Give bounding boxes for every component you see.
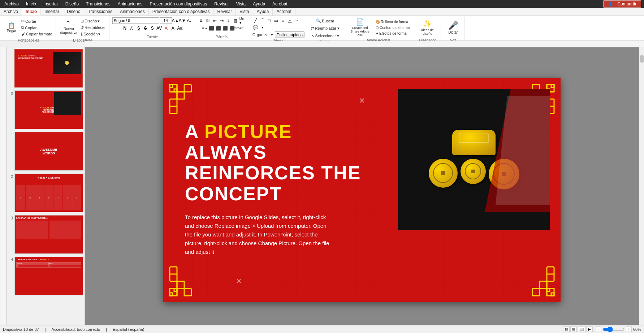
slide-thumb-img-2: AWESOMEWORDS <box>14 132 83 171</box>
strikethrough-button[interactable]: S <box>142 25 149 31</box>
align-left-button[interactable]: ⬛ <box>208 25 215 31</box>
callout-tool[interactable]: 💬 <box>252 24 259 31</box>
format-copy-button[interactable]: 🖌 Copiar formato <box>20 31 53 37</box>
tab-animaciones[interactable]: Animaciones <box>116 8 149 16</box>
slide-thumb-1[interactable]: 0 A PICTURE ALWAYSREINFORCESTHE CONCEPT <box>8 90 83 129</box>
font-size-input[interactable] <box>160 17 172 24</box>
highlight-color-button[interactable]: A <box>170 25 176 31</box>
columns-button[interactable]: ▥ <box>232 17 239 24</box>
zoom-in-button[interactable]: + <box>626 326 632 332</box>
align-text-button[interactable]: ≡ ▾ <box>201 25 208 31</box>
dictar-button[interactable]: 🎤 Dictar <box>444 17 462 38</box>
decrease-indent-button[interactable]: ⇤ <box>212 17 218 24</box>
font-color-button[interactable]: A <box>163 25 169 31</box>
font-case-button[interactable]: Aa <box>177 25 183 31</box>
italic-button[interactable]: K <box>129 25 135 31</box>
svg-rect-32 <box>170 289 177 296</box>
menu-diseno[interactable]: Diseño <box>64 1 80 7</box>
triangle-tool[interactable]: △ <box>287 17 293 24</box>
normal-view-button[interactable]: ⊟ <box>563 326 570 332</box>
align-right-button[interactable]: ⬛ <box>222 25 228 31</box>
underline-button[interactable]: S <box>135 25 142 31</box>
char-spacing-button[interactable]: AV <box>156 25 163 31</box>
shadow-text-button[interactable]: S <box>149 25 156 31</box>
slide-thumb-4[interactable]: 3 INFOGRAPHICS MAKE YOUR IDEA... <box>8 215 83 254</box>
new-slide-button[interactable]: 🗋 Nuevadiapositiva <box>59 17 79 38</box>
menu-revisar[interactable]: Revisar <box>213 1 230 7</box>
ruler-horizontal: // will render via JS below <box>85 41 644 47</box>
reading-view-button[interactable]: 📖 <box>578 326 585 332</box>
menu-ayuda[interactable]: Ayuda <box>251 1 267 7</box>
fill-shape-button[interactable]: 🎨 Relleno de forma <box>375 19 411 25</box>
arrange-button[interactable]: Organizar ▾ <box>251 32 275 38</box>
scrollbar-vertical[interactable] <box>639 47 644 333</box>
menu-insertar[interactable]: Insertar <box>42 1 60 7</box>
bold-button[interactable]: N <box>122 25 128 31</box>
decrease-font-button[interactable]: A▼ <box>179 17 186 24</box>
tab-archivo[interactable]: Archivo <box>0 8 22 16</box>
layout-button[interactable]: ⊞ Diseño ▾ <box>79 18 107 24</box>
cut-button[interactable]: ✂ Cortar <box>20 18 53 24</box>
tab-insertar[interactable]: Insertar <box>41 8 63 16</box>
section-button[interactable]: § Sección ▾ <box>79 31 107 37</box>
clear-format-button[interactable]: Aₓ <box>186 17 193 24</box>
menu-acrobat[interactable]: Acrobat <box>271 1 289 7</box>
scroll-thumb-v[interactable] <box>640 55 644 63</box>
adobe-content: 📄 Create and Share Adobe PDF 🎨 Relleno d… <box>346 17 411 38</box>
slide-thumb-0[interactable]: A PICTURE ALWAYSREINFORCES THE CONCEPT 🪙 <box>8 49 83 87</box>
replace-button[interactable]: ⇄ Reemplazar ▾ <box>310 25 341 32</box>
tab-presentacion[interactable]: Presentación con diapositivas <box>149 8 214 16</box>
ideas-diseno-button[interactable]: ✨ Ideas de diseño <box>416 17 438 38</box>
bullet-list-button[interactable]: ≡ <box>198 17 204 24</box>
menu-transiciones[interactable]: Transiciones <box>85 1 112 7</box>
tab-inicio[interactable]: Inicio <box>22 8 41 16</box>
slide-thumb-3[interactable]: 2 THIS IS A CALENDAR S M T W T F <box>8 174 83 212</box>
main-slide[interactable]: ✕ ✕ A PICTURE ALWAYS REINFORCES THE CONC… <box>163 78 561 302</box>
copy-button[interactable]: ⧉ Copiar <box>20 25 53 31</box>
paste-button[interactable]: 📋 Pegar <box>4 17 20 38</box>
tab-diseno[interactable]: Diseño <box>63 8 84 16</box>
tab-ayuda[interactable]: Ayuda <box>253 8 273 16</box>
zoom-slider[interactable] <box>603 327 624 332</box>
increase-font-button[interactable]: A▲ <box>172 17 179 24</box>
rounded-rect-tool[interactable]: ▭ <box>273 17 280 24</box>
line-tool[interactable]: ╱ <box>252 17 259 24</box>
smartart-button[interactable]: SmArt <box>235 25 242 31</box>
tab-acrobat[interactable]: Acrobat <box>273 8 295 16</box>
menu-inicio[interactable]: Inicio <box>25 1 38 7</box>
outline-shape-button[interactable]: ⬡ Contorno de forma <box>375 25 411 30</box>
ellipse-tool[interactable]: ○ <box>280 17 286 24</box>
slide-thumb-5[interactable]: 4 ...AND THE SAME GOES FOR TABLES GROUP … <box>8 257 83 295</box>
reset-button[interactable]: ↺ Restablecer <box>79 25 107 31</box>
svg-rect-5 <box>177 92 184 99</box>
language-status: Español (España) <box>113 327 144 332</box>
adobe-pdf-button[interactable]: 📄 Create and Share Adobe PDF <box>346 17 374 38</box>
line-spacing-button[interactable]: ↕ <box>225 17 232 24</box>
arc-tool[interactable]: ⌒ <box>259 17 266 24</box>
effects-shape-button[interactable]: ✦ Efectos de forma <box>375 31 411 36</box>
search-button[interactable]: 🔍 Buscar <box>315 17 335 24</box>
more-shapes-button[interactable]: ▾ <box>259 24 266 31</box>
menu-vista[interactable]: Vista <box>235 1 247 7</box>
arrow-tool[interactable]: → <box>294 17 300 24</box>
share-button[interactable]: 👤 Compartir <box>603 0 641 8</box>
slideshow-button[interactable]: ▶ <box>586 326 593 332</box>
increase-indent-button[interactable]: ⇥ <box>219 17 225 24</box>
tab-transiciones[interactable]: Transiciones <box>84 8 116 16</box>
select-button[interactable]: ↖ Seleccionar ▾ <box>310 33 341 39</box>
tab-vista[interactable]: Vista <box>236 8 253 16</box>
ribbon: Archivo Inicio Insertar Diseño Transicio… <box>0 8 644 41</box>
rect-tool[interactable]: □ <box>266 17 273 24</box>
font-name-input[interactable] <box>112 17 159 24</box>
numbered-list-button[interactable]: ① <box>205 17 211 24</box>
menu-archivo[interactable]: Archivo <box>3 1 20 7</box>
slide-sorter-button[interactable]: ⊞ <box>570 326 577 332</box>
align-center-button[interactable]: ⬛ <box>215 25 221 31</box>
zoom-out-button[interactable]: − <box>596 326 601 332</box>
menu-presentacion[interactable]: Presentación con diapositivas <box>148 1 208 7</box>
slide-thumb-2[interactable]: 1 AWESOMEWORDS <box>8 132 83 171</box>
menu-animaciones[interactable]: Animaciones <box>116 1 144 7</box>
text-direction-button[interactable]: Dir ▾ <box>239 17 246 24</box>
tab-revisar[interactable]: Revisar <box>213 8 236 16</box>
quick-styles-button[interactable]: Estilos rápidos <box>275 31 304 38</box>
